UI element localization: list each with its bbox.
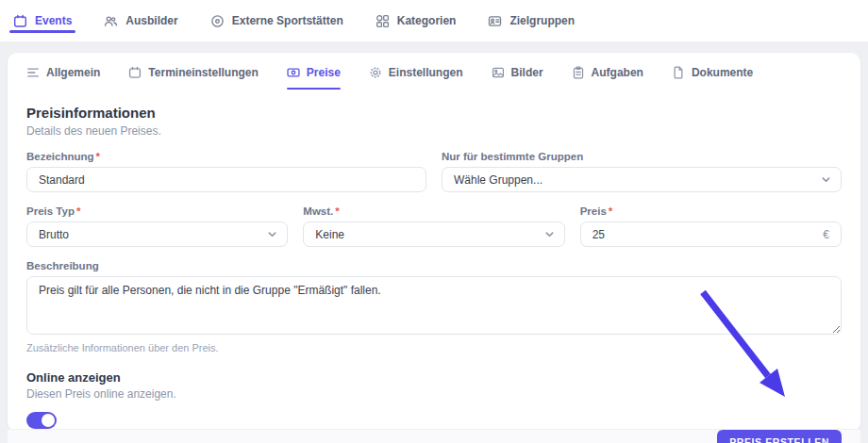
preis-input[interactable] (593, 228, 824, 241)
preis-typ-select[interactable]: Brutto (26, 222, 288, 247)
required-asterisk: * (609, 205, 612, 217)
required-asterisk: * (76, 205, 80, 217)
users-icon (104, 14, 118, 28)
beschreibung-textarea[interactable]: Preis gilt für alle Personen, die nicht … (26, 276, 842, 335)
topnav-label: Externe Sportstätten (232, 14, 343, 27)
page-title: Preisinformationen (26, 105, 842, 121)
mwst-label: Mwst.* (303, 205, 564, 217)
chevron-down-icon (544, 229, 555, 239)
label-text: Preis Typ (26, 205, 75, 217)
page-subtitle: Details des neuen Preises. (26, 124, 842, 138)
bezeichnung-label: Bezeichnung* (26, 151, 426, 162)
tab-label: Allgemein (46, 66, 100, 79)
event-detail-card: Allgemein Termineinstellungen Preise (8, 53, 860, 432)
preis-input-wrap: € (580, 222, 842, 247)
price-form: Preisinformationen Details des neuen Pre… (8, 90, 860, 429)
field-bezeichnung: Bezeichnung* (26, 151, 426, 192)
online-anzeigen-block: Online anzeigen Diesen Preis online anze… (26, 370, 842, 429)
online-anzeigen-title: Online anzeigen (26, 370, 842, 385)
banknote-icon (287, 66, 300, 79)
id-card-icon (488, 14, 502, 28)
topnav-item-zielgruppen[interactable]: Zielgruppen (488, 0, 575, 41)
toggle-knob (42, 414, 55, 427)
document-icon (672, 66, 685, 79)
chevron-down-icon (267, 229, 277, 239)
required-asterisk: * (335, 205, 339, 217)
mwst-select-value: Keine (315, 228, 344, 241)
tab-label: Termineinstellungen (148, 66, 258, 79)
label-text: Preis (580, 205, 607, 217)
tab-label: Dokumente (692, 66, 753, 79)
tab-dokumente[interactable]: Dokumente (672, 66, 753, 90)
preis-typ-label: Preis Typ* (26, 205, 288, 217)
topnav-label: Ausbilder (125, 14, 177, 27)
label-text: Mwst. (303, 205, 333, 217)
preis-typ-select-value: Brutto (39, 228, 69, 241)
tab-label: Aufgaben (592, 66, 643, 79)
topnav-label: Events (35, 14, 72, 27)
tab-aufgaben[interactable]: Aufgaben (572, 66, 643, 90)
field-preis: Preis* € (580, 205, 842, 247)
topnav-item-kategorien[interactable]: Kategorien (376, 0, 457, 41)
topnav-item-ausbilder[interactable]: Ausbilder (104, 0, 177, 41)
beschreibung-helper: Zusätzliche Informationen über den Preis… (26, 342, 842, 353)
tab-preise[interactable]: Preise (287, 66, 341, 90)
topnav-label: Kategorien (397, 14, 457, 27)
tab-label: Einstellungen (389, 66, 463, 79)
tab-bilder[interactable]: Bilder (492, 66, 543, 90)
image-icon (492, 66, 505, 79)
gruppen-select[interactable]: Wähle Gruppen... (442, 167, 842, 192)
categories-icon (376, 14, 390, 28)
gruppen-label: Nur für bestimmte Gruppen (442, 151, 842, 162)
calendar-icon (128, 66, 142, 79)
chevron-down-icon (821, 174, 831, 185)
field-preis-typ: Preis Typ* Brutto (26, 205, 288, 247)
bezeichnung-input[interactable] (26, 167, 426, 192)
list-icon (26, 66, 40, 79)
preis-erstellen-button[interactable]: PREIS ERSTELLEN (717, 430, 842, 443)
field-beschreibung: Beschreibung Preis gilt für alle Persone… (26, 260, 842, 353)
field-gruppen: Nur für bestimmte Gruppen Wähle Gruppen.… (442, 151, 842, 192)
label-text: Bezeichnung (26, 151, 94, 162)
top-navigation: Events Ausbilder Externe Sportstätten (0, 0, 868, 41)
calendar-icon (13, 14, 27, 28)
preis-label: Preis* (580, 205, 842, 217)
gear-icon (369, 66, 382, 79)
field-mwst: Mwst.* Keine (303, 205, 564, 247)
gruppen-select-value: Wähle Gruppen... (454, 173, 542, 187)
detail-tabs: Allgemein Termineinstellungen Preise (8, 53, 860, 90)
topnav-label: Zielgruppen (509, 14, 575, 27)
tab-label: Preise (307, 66, 341, 79)
tab-termineinstellungen[interactable]: Termineinstellungen (128, 66, 258, 90)
required-asterisk: * (96, 151, 100, 162)
currency-suffix: € (823, 228, 829, 241)
tab-allgemein[interactable]: Allgemein (26, 66, 100, 90)
online-anzeigen-subtitle: Diesen Preis online anzeigen. (26, 387, 842, 401)
tab-label: Bilder (511, 66, 543, 79)
card-footer: PREIS ERSTELLEN (8, 429, 860, 443)
tab-einstellungen[interactable]: Einstellungen (369, 66, 463, 90)
topnav-item-externe-sportstaetten[interactable]: Externe Sportstätten (210, 0, 343, 41)
beschreibung-label: Beschreibung (26, 260, 842, 271)
topnav-item-events[interactable]: Events (13, 0, 72, 41)
online-anzeigen-toggle[interactable] (26, 412, 57, 429)
clipboard-icon (572, 66, 585, 79)
mwst-select[interactable]: Keine (303, 222, 564, 247)
location-icon (210, 14, 225, 28)
